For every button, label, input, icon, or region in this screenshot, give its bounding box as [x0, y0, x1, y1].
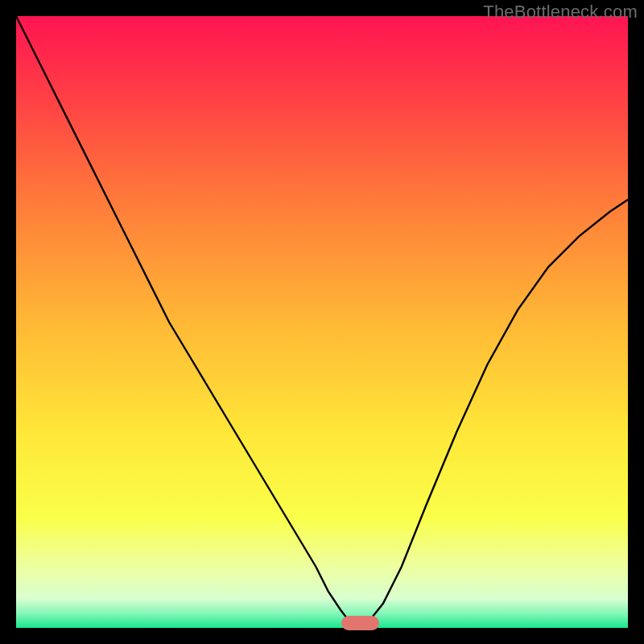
plot-area: [16, 16, 628, 628]
watermark-text: TheBottleneck.com: [483, 2, 638, 23]
curve-layer: [16, 16, 628, 628]
optimal-marker: [341, 616, 379, 630]
chart-frame: TheBottleneck.com: [0, 0, 644, 644]
bottleneck-curve: [16, 16, 628, 628]
